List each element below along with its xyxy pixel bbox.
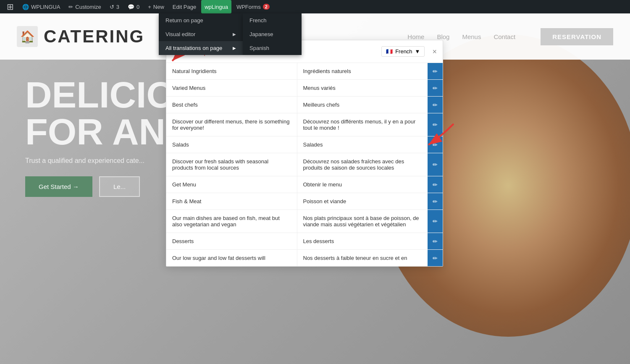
translation-row: Get Menu Obtenir le menu ✏: [166, 176, 443, 193]
translation-row: Natural Ingridients Ingrédients naturels…: [166, 63, 443, 80]
translated-text: Nos desserts à faible teneur en sucre et…: [297, 250, 428, 266]
admin-bar-wplingua[interactable]: 🌐 WPLINGUA: [19, 0, 63, 13]
translated-text: Meilleurs chefs: [297, 97, 428, 113]
submenu-spanish[interactable]: Spanish: [243, 41, 302, 55]
edit-translation-button[interactable]: ✏: [428, 250, 443, 266]
admin-bar-customize[interactable]: ✏ Customize: [65, 0, 104, 13]
original-text: Our low sugar and low fat desserts will: [166, 250, 297, 266]
translated-text: Obtenir le menu: [297, 176, 428, 193]
original-text: Salads: [166, 136, 297, 153]
visual-editor-arrow: ▶: [233, 32, 236, 37]
revisions-icon: ↺: [110, 4, 114, 10]
nav-blog[interactable]: Blog: [437, 33, 449, 40]
admin-bar-comments[interactable]: 💬 0: [124, 0, 143, 13]
dropdown-return-on-page[interactable]: Return on page: [159, 13, 243, 27]
hero-subtitle: Trust a qualified and experienced cate..…: [25, 157, 185, 165]
dropdown-visual-editor[interactable]: Visual editor ▶: [159, 27, 243, 41]
language-selector[interactable]: 🇫🇷 French ▼: [381, 46, 425, 57]
original-text: Our main dishes are based on fish, meat …: [166, 210, 297, 233]
wp-logo-item[interactable]: ⊞: [3, 0, 17, 13]
language-submenu: French Japanese Spanish: [243, 13, 302, 55]
flag-icon: 🇫🇷: [386, 48, 393, 55]
translation-row: Fish & Meat Poisson et viande ✏: [166, 193, 443, 210]
translated-text: Ingrédients naturels: [297, 63, 428, 79]
logo-icon: 🏠: [17, 26, 38, 47]
translated-text: Poisson et viande: [297, 193, 428, 209]
admin-bar-wpforms[interactable]: WPForms 2: [233, 0, 273, 13]
translated-text: Découvrez nos salades fraîches avec des …: [297, 153, 428, 176]
edit-translation-button[interactable]: ✏: [428, 113, 443, 136]
translation-row: Desserts Les desserts ✏: [166, 233, 443, 250]
original-text: Discover our different menus, there is s…: [166, 113, 297, 136]
original-text: Varied Menus: [166, 80, 297, 96]
site-logo: 🏠 CATERING: [17, 26, 144, 47]
translation-row: Our main dishes are based on fish, meat …: [166, 210, 443, 233]
new-icon: +: [148, 4, 151, 10]
learn-more-button[interactable]: Le...: [99, 176, 140, 197]
original-text: Best chefs: [166, 97, 297, 113]
translated-text: Découvrez nos différents menus, il y en …: [297, 113, 428, 136]
admin-bar-new[interactable]: + New: [144, 0, 168, 13]
edit-translation-button[interactable]: ✏: [428, 210, 443, 233]
selected-language: French: [395, 48, 412, 55]
edit-translation-button[interactable]: ✏: [428, 80, 443, 96]
translation-row: Discover our different menus, there is s…: [166, 113, 443, 136]
edit-translation-button[interactable]: ✏: [428, 233, 443, 249]
edit-translation-button[interactable]: ✏: [428, 153, 443, 176]
translation-row: Best chefs Meilleurs chefs ✏: [166, 97, 443, 113]
wplingua-site-icon: 🌐: [22, 4, 29, 10]
original-text: Get Menu: [166, 176, 297, 193]
edit-translation-button[interactable]: ✏: [428, 193, 443, 209]
nav-contact[interactable]: Contact: [494, 33, 515, 40]
logo-text: CATERING: [44, 26, 144, 47]
translated-text: Menus variés: [297, 80, 428, 96]
submenu-french[interactable]: French: [243, 13, 302, 27]
translated-text: Les desserts: [297, 233, 428, 249]
comments-icon: 💬: [128, 4, 134, 10]
original-text: Fish & Meat: [166, 193, 297, 209]
translation-panel: 🌐 A ➤ 🇫🇷 French ▼ × Natural Ingridients …: [166, 40, 443, 267]
close-button[interactable]: ×: [432, 48, 437, 55]
translation-row: Varied Menus Menus variés ✏: [166, 80, 443, 97]
translation-row: Discover our fresh salads with seasonal …: [166, 153, 443, 176]
submenu-japanese[interactable]: Japanese: [243, 27, 302, 41]
edit-translation-button[interactable]: ✏: [428, 97, 443, 113]
dropdown-chevron-icon: ▼: [415, 48, 420, 55]
admin-bar: ⊞ 🌐 WPLINGUA ✏ Customize ↺ 3 💬 0 + New E…: [0, 0, 630, 13]
edit-translation-button[interactable]: ✏: [428, 63, 443, 79]
admin-bar-revisions[interactable]: ↺ 3: [106, 0, 123, 13]
nav-menus[interactable]: Menus: [462, 33, 481, 40]
edit-translation-button[interactable]: ✏: [428, 176, 443, 193]
admin-bar-edit-page[interactable]: Edit Page: [169, 0, 200, 13]
wp-logo-icon: ⊞: [7, 2, 14, 12]
translation-row: Salads Salades ✏: [166, 136, 443, 153]
dropdown-all-translations[interactable]: All translations on page ▶: [159, 41, 243, 55]
translated-text: Nos plats principaux sont à base de pois…: [297, 210, 428, 233]
get-started-button[interactable]: Get Started →: [25, 176, 92, 197]
original-text: Desserts: [166, 233, 297, 249]
admin-bar-wplingua-plugin[interactable]: wpLingua: [201, 0, 231, 13]
customize-icon: ✏: [68, 4, 73, 10]
dropdown-menu: Return on page Visual editor ▶ All trans…: [159, 13, 243, 55]
wpforms-badge: 2: [263, 4, 270, 10]
translation-row: Our low sugar and low fat desserts will …: [166, 250, 443, 266]
reservation-button[interactable]: RESERVATION: [541, 28, 613, 45]
all-translations-arrow: ▶: [233, 46, 236, 50]
original-text: Natural Ingridients: [166, 63, 297, 79]
original-text: Discover our fresh salads with seasonal …: [166, 153, 297, 176]
translated-text: Salades: [297, 136, 428, 153]
edit-translation-button[interactable]: ✏: [428, 136, 443, 153]
nav-home[interactable]: Home: [407, 33, 424, 40]
